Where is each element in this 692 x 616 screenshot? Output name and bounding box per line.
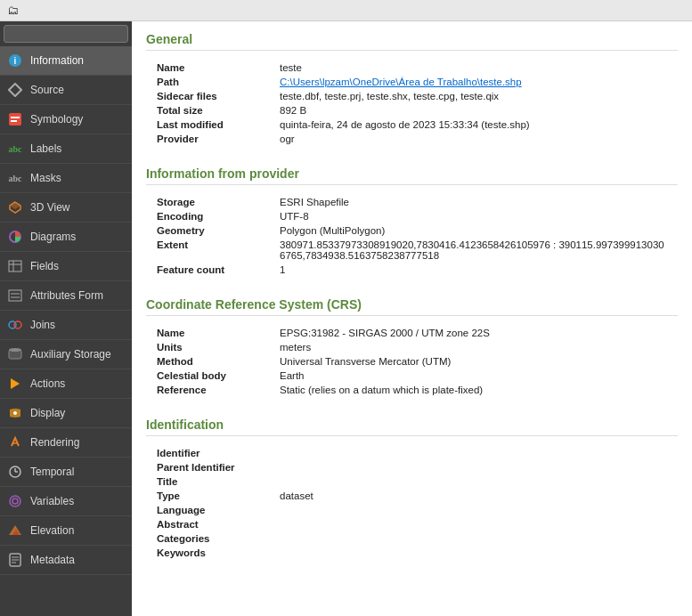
sidebar-item-rendering[interactable]: Rendering bbox=[0, 428, 132, 458]
info-label-general-2: Sidecar files bbox=[157, 90, 273, 102]
info-value-general-2: teste.dbf, teste.prj, teste.shx, teste.c… bbox=[280, 90, 667, 102]
info-value-general-4: quinta-feira, 24 de agosto de 2023 15:33… bbox=[280, 118, 667, 131]
info-label-information-from-provider-3: Extent bbox=[157, 239, 273, 262]
info-label-crs-1: Units bbox=[157, 341, 273, 353]
section-crs: Coordinate Reference System (CRS)NameEPS… bbox=[146, 297, 678, 401]
info-label-crs-2: Method bbox=[157, 355, 273, 368]
section-identification: IdentificationIdentifierParent Identifie… bbox=[146, 417, 678, 564]
symbology-icon bbox=[7, 111, 23, 127]
info-value-crs-4: Static (relies on a datum which is plate… bbox=[280, 384, 667, 396]
sidebar-item-display[interactable]: Display bbox=[0, 399, 132, 428]
svg-point-26 bbox=[12, 498, 18, 504]
sidebar-item-elevation[interactable]: Elevation bbox=[0, 516, 132, 546]
sidebar-label-fields: Fields bbox=[30, 260, 59, 272]
layer-icon: 🗂 bbox=[7, 4, 19, 17]
info-grid-identification: IdentifierParent IdentifierTitleTypedata… bbox=[146, 442, 678, 564]
sidebar-item-auxiliary-storage[interactable]: Auxiliary Storage bbox=[0, 340, 132, 369]
info-grid-crs: NameEPSG:31982 - SIRGAS 2000 / UTM zone … bbox=[146, 321, 678, 401]
sidebar-label-labels: Labels bbox=[30, 142, 61, 155]
info-label-general-4: Last modified bbox=[157, 118, 273, 131]
sidebar-label-joins: Joins bbox=[30, 319, 55, 331]
info-label-identification-5: Abstract bbox=[157, 518, 273, 531]
info-label-information-from-provider-4: Feature count bbox=[157, 263, 273, 276]
sidebar-label-metadata: Metadata bbox=[30, 554, 75, 566]
info-label-general-1: Path bbox=[157, 76, 273, 88]
section-title-crs: Coordinate Reference System (CRS) bbox=[146, 297, 678, 316]
auxiliary-storage-icon bbox=[7, 346, 23, 362]
sidebar-label-source: Source bbox=[30, 84, 64, 96]
variables-icon bbox=[7, 493, 23, 509]
info-value-identification-0 bbox=[280, 447, 667, 459]
sidebar-item-source[interactable]: Source bbox=[0, 76, 132, 105]
info-label-crs-3: Celestial body bbox=[157, 369, 273, 382]
info-value-crs-2: Universal Transverse Mercator (UTM) bbox=[280, 355, 667, 368]
svg-point-16 bbox=[14, 321, 21, 328]
attributes-form-icon bbox=[7, 288, 23, 304]
info-value-identification-3: dataset bbox=[280, 490, 667, 502]
sidebar-item-3dview[interactable]: 3D View bbox=[0, 193, 132, 223]
svg-marker-7 bbox=[10, 202, 20, 209]
info-value-crs-1: meters bbox=[280, 341, 667, 353]
sidebar-item-attributes-form[interactable]: Attributes Form bbox=[0, 281, 132, 311]
sidebar-item-masks[interactable]: abcMasks bbox=[0, 164, 132, 193]
masks-icon: abc bbox=[7, 170, 23, 186]
info-value-identification-6 bbox=[280, 532, 667, 545]
svg-point-25 bbox=[10, 496, 20, 507]
svg-rect-9 bbox=[9, 261, 21, 272]
search-input[interactable] bbox=[4, 25, 128, 43]
sidebar-item-information[interactable]: iInformation bbox=[0, 46, 132, 76]
metadata-icon bbox=[7, 552, 23, 568]
info-value-general-5: ogr bbox=[280, 133, 667, 145]
info-value-crs-0: EPSG:31982 - SIRGAS 2000 / UTM zone 22S bbox=[280, 327, 667, 339]
sidebar-item-variables[interactable]: Variables bbox=[0, 487, 132, 516]
3dview-icon bbox=[7, 199, 23, 215]
sidebar-label-3dview: 3D View bbox=[30, 201, 69, 214]
info-label-identification-2: Title bbox=[157, 475, 273, 488]
info-label-general-0: Name bbox=[157, 61, 273, 74]
section-information-from-provider: Information from providerStorageESRI Sha… bbox=[146, 166, 678, 281]
joins-icon bbox=[7, 317, 23, 333]
info-label-crs-4: Reference bbox=[157, 384, 273, 396]
svg-rect-4 bbox=[11, 117, 20, 118]
labels-icon: abc bbox=[7, 141, 23, 157]
info-label-identification-3: Type bbox=[157, 490, 273, 502]
svg-point-20 bbox=[13, 411, 17, 415]
sidebar-item-actions[interactable]: Actions bbox=[0, 369, 132, 399]
sidebar-label-information: Information bbox=[30, 54, 84, 67]
info-value-general-1[interactable]: C:\Users\lpzam\OneDrive\Área de Trabalho… bbox=[280, 76, 667, 88]
sidebar-label-symbology: Symbology bbox=[30, 113, 83, 126]
sidebar-label-actions: Actions bbox=[30, 377, 65, 390]
sidebar-label-rendering: Rendering bbox=[30, 436, 79, 449]
rendering-icon bbox=[7, 434, 23, 450]
section-title-identification: Identification bbox=[146, 417, 678, 436]
info-label-information-from-provider-0: Storage bbox=[157, 196, 273, 208]
source-icon bbox=[7, 82, 23, 98]
info-value-general-3: 892 B bbox=[280, 104, 667, 117]
svg-point-18 bbox=[9, 348, 21, 352]
sidebar-item-fields[interactable]: Fields bbox=[0, 252, 132, 281]
information-icon: i bbox=[7, 53, 23, 69]
sidebar-item-metadata[interactable]: Metadata bbox=[0, 546, 132, 575]
sidebar-item-temporal[interactable]: Temporal bbox=[0, 458, 132, 487]
info-label-identification-7: Keywords bbox=[157, 547, 273, 559]
info-label-general-3: Total size bbox=[157, 104, 273, 117]
svg-rect-12 bbox=[9, 290, 21, 301]
sidebar-item-labels[interactable]: abcLabels bbox=[0, 134, 132, 164]
section-title-information-from-provider: Information from provider bbox=[146, 166, 678, 185]
info-value-identification-4 bbox=[280, 504, 667, 516]
sidebar-label-display: Display bbox=[30, 407, 65, 419]
sidebar-item-diagrams[interactable]: Diagrams bbox=[0, 223, 132, 252]
info-value-general-0: teste bbox=[280, 61, 667, 74]
diagrams-icon bbox=[7, 229, 23, 245]
info-label-general-5: Provider bbox=[157, 133, 273, 145]
info-value-crs-3: Earth bbox=[280, 369, 667, 382]
svg-marker-2 bbox=[9, 84, 21, 96]
svg-rect-3 bbox=[9, 113, 21, 126]
info-value-information-from-provider-4: 1 bbox=[280, 263, 667, 276]
svg-marker-19 bbox=[11, 378, 20, 389]
sidebar-item-symbology[interactable]: Symbology bbox=[0, 105, 132, 134]
svg-text:i: i bbox=[14, 56, 17, 66]
sidebar-label-masks: Masks bbox=[30, 172, 61, 184]
sidebar-item-joins[interactable]: Joins bbox=[0, 311, 132, 340]
actions-icon bbox=[7, 376, 23, 392]
